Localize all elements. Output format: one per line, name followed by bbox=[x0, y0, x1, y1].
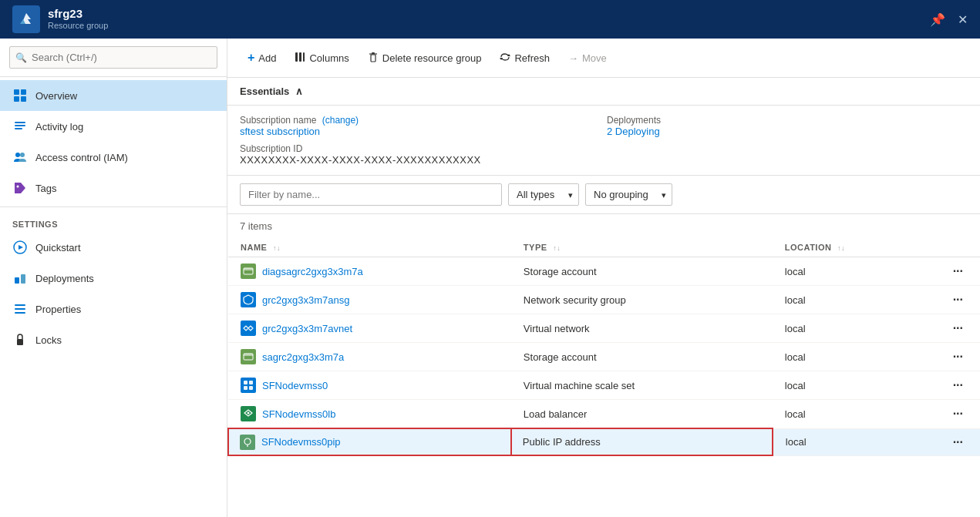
storage-account-icon-2 bbox=[241, 349, 256, 364]
svg-point-36 bbox=[244, 438, 251, 445]
svg-rect-2 bbox=[21, 89, 26, 95]
pin-icon[interactable]: 📌 bbox=[930, 12, 945, 27]
svg-point-35 bbox=[248, 412, 250, 415]
resource-location-cell-2: local bbox=[773, 286, 936, 314]
svg-rect-3 bbox=[14, 96, 19, 102]
sidebar-item-deployments[interactable]: Deployments bbox=[0, 263, 227, 294]
table-row-highlighted: SFNodevmss0pip Public IP address local ·… bbox=[228, 428, 980, 455]
svg-rect-5 bbox=[15, 122, 25, 123]
resource-name-link-5[interactable]: SFNodevmss0 bbox=[262, 380, 328, 391]
sidebar-item-locks[interactable]: Locks bbox=[0, 324, 227, 355]
deployments-value[interactable]: 2 Deploying bbox=[607, 126, 968, 137]
sidebar-search-area: 🔍 bbox=[0, 39, 227, 77]
app-logo bbox=[12, 5, 40, 33]
close-icon[interactable]: ✕ bbox=[958, 12, 968, 27]
delete-button[interactable]: Delete resource group bbox=[360, 47, 490, 69]
storage-account-icon bbox=[241, 264, 256, 279]
filter-row: All types No grouping bbox=[227, 176, 980, 214]
header-title: sfrg23 Resource group bbox=[48, 7, 108, 31]
sidebar-item-access-control[interactable]: Access control (IAM) bbox=[0, 142, 227, 173]
sidebar-item-overview[interactable]: Overview bbox=[0, 80, 227, 111]
subscription-id-value: XXXXXXXX-XXXX-XXXX-XXXX-XXXXXXXXXXXX bbox=[240, 154, 601, 166]
move-button[interactable]: → Move bbox=[561, 48, 615, 69]
subscription-name-label: Subscription name (change) bbox=[240, 115, 601, 126]
deployments-icon bbox=[12, 270, 28, 286]
resource-name-cell-4: sagrc2gxg3x3m7a bbox=[228, 343, 511, 371]
resource-name-link-2[interactable]: grc2gxg3x3m7ansg bbox=[262, 294, 349, 306]
toolbar: + Add Columns Delete resource group Ref bbox=[227, 39, 980, 78]
svg-rect-4 bbox=[21, 96, 26, 102]
resource-location-cell-4: local bbox=[773, 343, 936, 371]
resource-type-cell-6: Load balancer bbox=[511, 400, 773, 429]
sidebar-item-quickstart-label: Quickstart bbox=[35, 242, 81, 253]
resource-name-cell-5: SFNodevmss0 bbox=[228, 371, 511, 400]
resource-name-wrapper-3: grc2gxg3x3m7avnet bbox=[241, 321, 499, 336]
essentials-collapse-icon[interactable]: ∧ bbox=[295, 86, 303, 97]
locks-icon bbox=[12, 332, 28, 347]
col-header-location[interactable]: LOCATION ↑↓ bbox=[773, 238, 936, 257]
row-menu-5[interactable]: ··· bbox=[948, 377, 968, 393]
activity-log-icon bbox=[12, 119, 28, 134]
essentials-title: Essentials bbox=[240, 86, 289, 97]
resource-type-cell-7: Public IP address bbox=[511, 428, 773, 455]
azure-logo-icon bbox=[15, 8, 37, 30]
columns-button[interactable]: Columns bbox=[287, 47, 356, 69]
deployments-item: Deployments 2 Deploying bbox=[607, 115, 968, 137]
row-menu-7[interactable]: ··· bbox=[948, 434, 968, 450]
row-menu-3[interactable]: ··· bbox=[948, 320, 968, 336]
nsg-icon bbox=[241, 292, 256, 307]
type-sort-icon: ↑↓ bbox=[553, 244, 561, 252]
col-header-type[interactable]: TYPE ↑↓ bbox=[511, 238, 773, 257]
grouping-filter-select[interactable]: No grouping bbox=[585, 183, 672, 206]
row-menu-2[interactable]: ··· bbox=[948, 291, 968, 307]
svg-point-10 bbox=[17, 186, 19, 188]
refresh-button[interactable]: Refresh bbox=[492, 47, 557, 69]
svg-point-9 bbox=[20, 153, 25, 157]
type-filter-select[interactable]: All types bbox=[508, 183, 579, 206]
resource-name-link-6[interactable]: SFNodevmss0lb bbox=[262, 408, 335, 420]
sidebar-item-quickstart[interactable]: Quickstart bbox=[0, 232, 227, 263]
change-subscription-link[interactable]: (change) bbox=[322, 115, 359, 126]
name-sort-icon: ↑↓ bbox=[273, 244, 281, 252]
row-menu-4[interactable]: ··· bbox=[948, 348, 968, 364]
table-body: diagsagrc2gxg3x3m7a Storage account loca… bbox=[228, 257, 980, 456]
vnet-icon bbox=[241, 321, 256, 336]
resource-menu-cell-6: ··· bbox=[936, 400, 980, 429]
lb-icon bbox=[241, 406, 256, 421]
sidebar-item-tags[interactable]: Tags bbox=[0, 173, 227, 203]
resource-name-cell-6: SFNodevmss0lb bbox=[228, 400, 511, 429]
svg-rect-24 bbox=[372, 52, 375, 54]
sidebar-item-properties[interactable]: Properties bbox=[0, 294, 227, 324]
subscription-name-item: Subscription name (change) sftest subscr… bbox=[240, 115, 601, 137]
pip-icon bbox=[240, 435, 255, 450]
svg-point-8 bbox=[15, 153, 20, 157]
resource-name-link-4[interactable]: sagrc2gxg3x3m7a bbox=[262, 351, 344, 363]
svg-rect-30 bbox=[244, 354, 253, 356]
row-menu-1[interactable]: ··· bbox=[948, 263, 968, 279]
svg-rect-20 bbox=[299, 52, 301, 62]
row-menu-6[interactable]: ··· bbox=[948, 405, 968, 421]
subscription-id-item: Subscription ID XXXXXXXX-XXXX-XXXX-XXXX-… bbox=[240, 143, 601, 166]
essentials-header: Essentials ∧ bbox=[227, 78, 980, 106]
filter-by-name-input[interactable] bbox=[240, 183, 502, 206]
quickstart-icon bbox=[12, 240, 28, 255]
resource-name-link-1[interactable]: diagsagrc2gxg3x3m7a bbox=[262, 266, 363, 277]
resource-menu-cell-4: ··· bbox=[936, 343, 980, 371]
subscription-name-value[interactable]: sftest subscription bbox=[240, 126, 601, 137]
overview-icon bbox=[12, 88, 28, 103]
resource-name-link-3[interactable]: grc2gxg3x3m7avnet bbox=[262, 323, 352, 334]
app-header: sfrg23 Resource group 📌 ✕ bbox=[0, 0, 980, 39]
sidebar: 🔍 Overview Activity log Acc bbox=[0, 39, 227, 517]
sidebar-item-tags-label: Tags bbox=[35, 183, 56, 194]
search-input[interactable] bbox=[9, 46, 217, 69]
type-filter-wrapper: All types bbox=[508, 183, 579, 206]
add-button[interactable]: + Add bbox=[240, 46, 284, 69]
sidebar-item-activity-log[interactable]: Activity log bbox=[0, 111, 227, 142]
table-row: grc2gxg3x3m7avnet Virtual network local … bbox=[228, 314, 980, 343]
col-header-name[interactable]: NAME ↑↓ bbox=[228, 238, 511, 257]
iam-icon bbox=[12, 149, 28, 165]
resource-menu-cell-2: ··· bbox=[936, 286, 980, 314]
resource-name-link-7[interactable]: SFNodevmss0pip bbox=[261, 436, 341, 448]
svg-rect-12 bbox=[15, 277, 19, 284]
sidebar-item-properties-label: Properties bbox=[35, 304, 81, 315]
